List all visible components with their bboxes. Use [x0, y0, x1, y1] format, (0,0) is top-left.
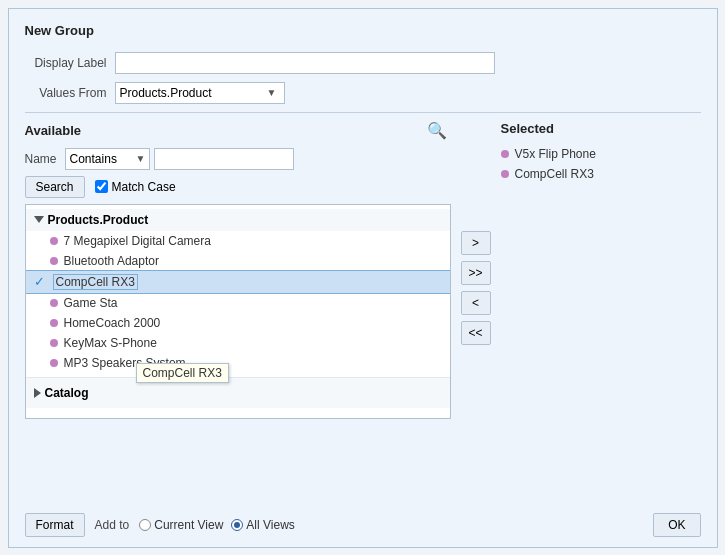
item-dot-icon [50, 319, 58, 327]
current-view-label: Current View [154, 518, 223, 532]
catalog-group-header[interactable]: Catalog [26, 382, 450, 404]
move-left-button[interactable]: < [461, 291, 491, 315]
all-views-label: All Views [246, 518, 294, 532]
list-item-compcell[interactable]: ✓ CompCell RX3 [26, 271, 450, 293]
item-label: KeyMax S-Phone [64, 336, 157, 350]
move-all-left-button[interactable]: << [461, 321, 491, 345]
all-views-radio-label[interactable]: All Views [231, 518, 294, 532]
list-item[interactable]: 7 Megapixel Digital Camera [26, 231, 450, 251]
item-label: 7 Megapixel Digital Camera [64, 234, 211, 248]
match-case-checkbox[interactable] [95, 180, 108, 193]
current-view-radio-label[interactable]: Current View [139, 518, 223, 532]
list-item[interactable]: KeyMax S-Phone [26, 333, 450, 353]
list-item[interactable]: MP3 Speakers System [26, 353, 450, 373]
list-item[interactable]: Game Sta [26, 293, 450, 313]
selected-item-dot-icon [501, 170, 509, 178]
add-to-radio-group: Current View All Views [139, 518, 295, 532]
products-group-label: Products.Product [48, 213, 149, 227]
item-label: Game Sta [64, 296, 118, 310]
collapse-arrow-icon [34, 216, 44, 223]
catalog-group: Catalog [26, 377, 450, 408]
bottom-left-controls: Format Add to Current View All Views [25, 513, 295, 537]
products-group-header[interactable]: Products.Product [26, 209, 450, 231]
selected-list-item: V5x Flip Phone [501, 144, 701, 164]
search-magnifier-icon[interactable]: 🔍 [427, 121, 451, 140]
dialog-title: New Group [25, 23, 701, 38]
selected-panel: Selected V5x Flip Phone CompCell RX3 [501, 121, 701, 425]
list-item[interactable]: Bluetooth Adaptor [26, 251, 450, 271]
move-right-button[interactable]: > [461, 231, 491, 255]
values-from-select[interactable]: Products.Product [115, 82, 285, 104]
current-view-radio-icon [139, 519, 151, 531]
format-button[interactable]: Format [25, 513, 85, 537]
selected-list: V5x Flip Phone CompCell RX3 [501, 144, 701, 184]
selected-item-label: CompCell RX3 [515, 167, 594, 181]
item-dot-icon [50, 237, 58, 245]
add-to-label: Add to [95, 518, 130, 532]
tooltip: CompCell RX3 [136, 363, 229, 383]
available-panel-title: Available 🔍 [25, 121, 451, 140]
item-label: HomeCoach 2000 [64, 316, 161, 330]
item-dot-icon [50, 299, 58, 307]
selected-panel-title: Selected [501, 121, 701, 136]
check-icon: ✓ [34, 274, 45, 289]
display-label-label: Display Label [25, 56, 115, 70]
match-case-label: Match Case [112, 180, 176, 194]
available-list-container: Products.Product 7 Megapixel Digital Cam… [25, 204, 451, 419]
selected-item-dot-icon [501, 150, 509, 158]
move-all-right-button[interactable]: >> [461, 261, 491, 285]
ok-button[interactable]: OK [653, 513, 700, 537]
filter-text-input[interactable] [154, 148, 294, 170]
item-label: Bluetooth Adaptor [64, 254, 159, 268]
values-from-label: Values From [25, 86, 115, 100]
list-item[interactable]: HomeCoach 2000 [26, 313, 450, 333]
selected-item-label: V5x Flip Phone [515, 147, 596, 161]
new-group-dialog: New Group Display Label Values From Prod… [8, 8, 718, 548]
catalog-group-label: Catalog [45, 386, 89, 400]
bottom-bar: Format Add to Current View All Views OK [25, 513, 701, 537]
item-dot-icon [50, 257, 58, 265]
transfer-buttons-panel: > >> < << [451, 151, 501, 425]
selected-list-item: CompCell RX3 [501, 164, 701, 184]
display-label-input[interactable] [115, 52, 495, 74]
item-dot-icon [50, 339, 58, 347]
filter-type-select[interactable]: Contains Starts With Ends With Equals [65, 148, 150, 170]
search-button[interactable]: Search [25, 176, 85, 198]
item-label: CompCell RX3 [53, 274, 138, 290]
all-views-radio-icon [231, 519, 243, 531]
name-filter-label: Name [25, 152, 57, 166]
products-group: Products.Product 7 Megapixel Digital Cam… [26, 205, 450, 377]
expand-arrow-icon [34, 388, 41, 398]
item-dot-icon [50, 359, 58, 367]
